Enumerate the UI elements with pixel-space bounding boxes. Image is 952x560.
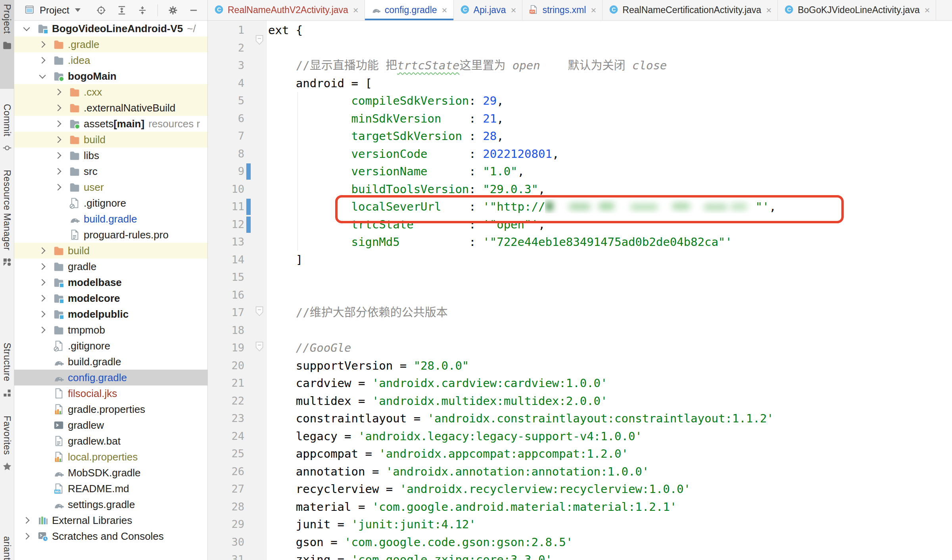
tree-item-gradle-properties[interactable]: gradle.properties [14,401,207,417]
close-icon[interactable]: × [591,5,596,16]
code-line-19[interactable]: //GooGle [268,339,351,357]
chevron-right-icon[interactable] [38,325,47,335]
code-line-31[interactable]: zxing = 'com.google.zxing:core:3.3.0' [268,551,552,560]
stripe-item-resource-manager[interactable]: Resource Manager [0,166,14,283]
code-line-23[interactable]: constraintlayout = 'androidx.constraintl… [268,410,774,428]
collapse-all-icon[interactable] [137,5,148,16]
code-line-29[interactable]: junit = 'junit:junit:4.12' [268,516,476,533]
tree-item-modelbase[interactable]: modelbase [14,274,207,290]
tree-item-src[interactable]: src [14,163,207,179]
code-line-22[interactable]: multidex = 'androidx.multidex:multidex:2… [268,392,608,410]
chevron-right-icon[interactable] [54,119,63,128]
chevron-right-icon[interactable] [54,103,63,113]
tree-item-gradle[interactable]: .gradle [14,36,207,52]
tree-item-build-gradle[interactable]: build.gradle [14,354,207,370]
code-line-14[interactable]: ] [268,251,303,269]
code-line-13[interactable]: signMd5 : '"722e44eb1e83491475ad0b2de04b… [268,233,732,251]
chevron-right-icon[interactable] [54,167,63,176]
tree-item-cxx[interactable]: .cxx [14,84,207,100]
code-line-21[interactable]: cardview = 'androidx.cardview:cardview:1… [268,374,608,392]
stripe-item-favorites[interactable]: Favorites [0,412,14,472]
tree-item-gitignore[interactable]: .gitignore [14,195,207,211]
tree-item-assets[interactable]: assets [main]resources r [14,116,207,132]
stripe-item-structure[interactable]: Structure [0,339,14,405]
close-icon[interactable]: × [442,5,447,16]
chevron-right-icon[interactable] [22,516,31,525]
tree-item-readme-md[interactable]: MDREADME.md [14,481,207,497]
tree-item-gradlew[interactable]: gradlew [14,417,207,433]
chevron-down-icon[interactable] [75,8,81,12]
chevron-right-icon[interactable] [38,278,47,287]
code-line-30[interactable]: gson = 'com.google.code.gson:gson:2.8.5' [268,533,573,551]
tree-item-local-properties[interactable]: local.properties [14,449,207,465]
code-line-26[interactable]: annotation = 'androidx.annotation:annota… [268,463,649,481]
tree-item-bogomain[interactable]: bogoMain [14,68,207,84]
tree-item-user[interactable]: user [14,179,207,195]
tree-item-proguard-rules-pro[interactable]: proguard-rules.pro [14,227,207,243]
tree-item-config-gradle[interactable]: config.gradle [14,370,207,385]
chevron-right-icon[interactable] [54,135,63,144]
tree-item-gitignore[interactable]: .gitignore [14,338,207,354]
tree-item-build[interactable]: build [14,243,207,259]
chevron-right-icon[interactable] [38,309,47,319]
chevron-right-icon[interactable] [38,40,47,49]
chevron-down-icon[interactable] [22,24,31,33]
code-line-28[interactable]: material = 'com.google.android.material:… [268,498,677,516]
code-line-27[interactable]: recyclerview = 'androidx.recyclerview:re… [268,480,691,498]
tab-bogokjvideolineactivity-java[interactable]: CBoGoKJVideoLineActivity.java× [778,0,936,20]
code-line-24[interactable]: legacy = 'androidx.legacy:legacy-support… [268,428,642,445]
code-line-20[interactable]: supportVersion = "28.0.0" [268,357,469,375]
tree-item-gradlew-bat[interactable]: gradlew.bat [14,433,207,449]
tree-item-libs[interactable]: libs [14,148,207,163]
tree-item-modelcore[interactable]: modelcore [14,290,207,306]
close-icon[interactable]: × [766,5,772,16]
code-line-1[interactable]: ext { [268,21,303,39]
tree-item-external-libraries[interactable]: External Libraries [14,512,207,528]
locate-icon[interactable] [96,5,107,16]
code-line-25[interactable]: appcompat = 'androidx.appcompat:appcompa… [268,445,628,463]
code-line-7[interactable]: targetSdkVersion : 28, [268,127,504,145]
tree-item-modelpublic[interactable]: modelpublic [14,306,207,322]
fold-marker-icon[interactable] [255,35,263,47]
tree-item-idea[interactable]: .idea [14,52,207,68]
stripe-item-build-variants[interactable]: ariants [0,532,14,560]
settings-icon[interactable] [167,5,178,16]
chevron-right-icon[interactable] [38,246,47,255]
fold-marker-icon[interactable] [255,341,263,353]
expand-all-icon[interactable] [116,5,127,16]
tree-item-build[interactable]: build [14,132,207,148]
tree-item-mobsdk-gradle[interactable]: MobSDK.gradle [14,465,207,481]
tab-config-gradle[interactable]: config.gradle× [365,0,454,20]
tab-api-java[interactable]: CApi.java× [454,0,523,20]
tree-item-bogovideolineandroid-v5[interactable]: BogoVideoLineAndroid-V5~/ [14,21,207,36]
code-line-17[interactable]: //维护大部分依赖的公共版本 [268,304,448,322]
chevron-right-icon[interactable] [54,151,63,160]
tree-item-externalnativebuild[interactable]: .externalNativeBuild [14,100,207,116]
code-line-4[interactable]: android = [ [268,75,372,92]
chevron-right-icon[interactable] [54,182,63,192]
tab-realnameauthv2activity-java[interactable]: CRealNameAuthV2Activity.java× [208,0,365,20]
chevron-down-icon[interactable] [38,71,47,81]
tree-item-settings-gradle[interactable]: settings.gradle [14,497,207,512]
code-line-8[interactable]: versionCode : 2022120801, [268,145,559,163]
tab-strings-xml[interactable]: <>strings.xml× [522,0,603,20]
tab-realnamecertificationactivity-java[interactable]: CRealNameCertificationActivity.java× [603,0,778,20]
stripe-item-project[interactable]: Project [0,0,14,89]
stripe-item-commit[interactable]: Commit [0,100,14,163]
chevron-right-icon[interactable] [54,87,63,97]
chevron-right-icon[interactable] [38,262,47,271]
code-line-5[interactable]: compileSdkVersion: 29, [268,92,504,110]
chevron-right-icon[interactable] [38,293,47,303]
tree-item-gradle[interactable]: gradle [14,259,207,274]
close-icon[interactable]: × [924,5,930,16]
code-line-3[interactable]: //显示直播功能 把trtcState这里置为 open 默认为关闭 close [268,57,667,75]
code-area[interactable]: ext { //显示直播功能 把trtcState这里置为 open 默认为关闭… [267,21,952,560]
editor[interactable]: 1234567891011121314151617181920212223242… [208,21,952,560]
hide-icon[interactable] [188,5,199,16]
tree-item-scratches-and-consoles[interactable]: Scratches and Consoles [14,528,207,544]
tree-item-tmpmob[interactable]: tmpmob [14,322,207,338]
tree-item-build-gradle[interactable]: build.gradle [14,211,207,227]
code-line-9[interactable]: versionName : "1.0", [268,163,524,180]
tree-item-filsocial-jks[interactable]: filsocial.jks [14,385,207,401]
fold-marker-icon[interactable] [255,306,263,318]
